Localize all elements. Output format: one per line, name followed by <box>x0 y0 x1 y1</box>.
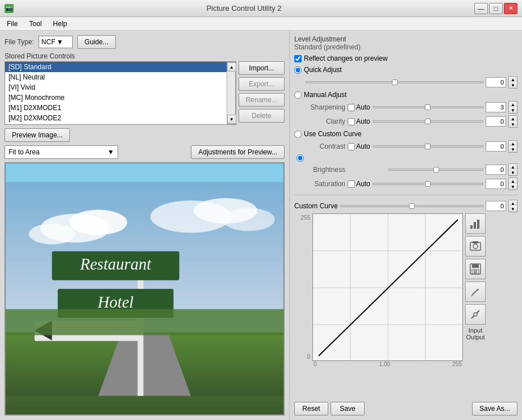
minimize-button[interactable]: — <box>474 3 488 14</box>
spin-down-icon[interactable]: ▼ <box>509 82 517 88</box>
fit-dropdown[interactable]: Fit to Area ▼ <box>5 145 118 159</box>
list-item[interactable]: [M3] D2XMODE3 <box>5 123 227 124</box>
quick-adjust-radio[interactable] <box>294 66 302 74</box>
list-item[interactable]: [NL] Neutral <box>5 72 227 82</box>
clarity-value[interactable] <box>486 116 506 127</box>
scroll-down-arrow[interactable]: ▼ <box>227 115 236 124</box>
input-output-labels: Input Output <box>465 327 486 341</box>
use-custom-curve-radio[interactable] <box>294 131 302 138</box>
reflect-changes-checkbox[interactable] <box>294 55 302 62</box>
list-item[interactable]: [VI] Vivid <box>5 82 227 93</box>
svg-rect-29 <box>473 241 478 243</box>
preview-row: Preview Image... <box>5 128 285 142</box>
saturation-value[interactable] <box>486 179 506 189</box>
contrast-value[interactable] <box>486 141 506 152</box>
quick-adjust-slider[interactable] <box>306 81 483 83</box>
export-button[interactable]: Export... <box>239 77 285 91</box>
sharpening-auto-checkbox[interactable] <box>348 104 355 111</box>
list-item[interactable]: [SD] Standard <box>5 62 227 72</box>
fit-row: Fit to Area ▼ Adjustments for Preview... <box>5 145 285 159</box>
stored-controls-section: Stored Picture Controls [SD] Standard [N… <box>5 52 285 125</box>
adjustments-for-preview-button[interactable]: Adjustments for Preview... <box>191 145 285 159</box>
contrast-slider[interactable] <box>373 145 483 148</box>
curve-point-button[interactable] <box>465 304 486 325</box>
rename-button[interactable]: Rename... <box>239 93 285 107</box>
custom-curve-spinner[interactable]: ▲ ▼ <box>508 200 517 212</box>
spin-up-icon[interactable]: ▲ <box>509 77 517 82</box>
curve-y-labels: 255 0 <box>294 213 310 361</box>
preview-svg: Restaurant Hotel <box>6 163 283 414</box>
sharpening-auto-label: Auto <box>356 103 370 111</box>
quick-adjust-value[interactable] <box>486 77 506 87</box>
curve-side-buttons: Input Output <box>465 213 486 367</box>
brightness-value[interactable] <box>486 165 506 175</box>
manual-adjust-group: Sharpening Auto ▲ ▼ Clar <box>306 101 517 128</box>
top-controls: File Type: NCF ▼ Guide... <box>5 35 285 49</box>
custom-curve-label: Custom Curve <box>294 202 338 210</box>
clarity-auto-check: Auto <box>348 117 370 125</box>
level-adjustment-header: Level Adjustment Standard (predefined) <box>294 35 517 51</box>
bottom-buttons: Reset Save Save As... <box>294 402 517 415</box>
svg-rect-16 <box>6 309 283 335</box>
menu-tool[interactable]: Tool <box>24 19 46 29</box>
picture-controls-list[interactable]: [SD] Standard [NL] Neutral [VI] Vivid [M… <box>5 62 227 124</box>
sharpening-slider[interactable] <box>373 106 483 108</box>
preview-image-button[interactable]: Preview Image... <box>5 128 70 142</box>
reflect-changes-label: Reflect changes on preview <box>304 54 387 62</box>
reset-button[interactable]: Reset <box>294 402 328 415</box>
custom-curve-slider[interactable] <box>340 205 483 207</box>
clarity-slider[interactable] <box>373 120 483 123</box>
saturation-auto-check: Auto <box>348 180 370 188</box>
file-type-select[interactable]: NCF ▼ <box>39 36 73 48</box>
save-icon-button[interactable] <box>465 259 486 279</box>
saturation-spinner[interactable]: ▲ ▼ <box>508 178 517 190</box>
import-button[interactable]: Import... <box>239 61 285 75</box>
close-button[interactable]: ✕ <box>504 3 517 14</box>
window-controls: — □ ✕ <box>474 3 517 14</box>
list-item[interactable]: [MC] Monochrome <box>5 93 227 103</box>
svg-marker-35 <box>478 288 479 291</box>
pencil-button[interactable] <box>465 282 486 302</box>
scroll-up-arrow[interactable]: ▲ <box>227 62 236 72</box>
contrast-spinner[interactable]: ▲ ▼ <box>508 140 517 153</box>
brightness-slider[interactable] <box>389 169 483 171</box>
list-scrollbar[interactable]: ▲ ▼ <box>227 62 236 124</box>
standard-predefined: Standard (predefined) <box>294 43 517 51</box>
saturation-slider[interactable] <box>373 183 483 185</box>
brightness-row: Brightness ▲ ▼ <box>306 163 517 176</box>
sharpening-auto-check: Auto <box>348 103 370 111</box>
maximize-button[interactable]: □ <box>489 3 503 14</box>
brightness-spinner[interactable]: ▲ ▼ <box>508 163 517 176</box>
app-icon: 📷 <box>5 4 14 13</box>
list-buttons: Import... Export... Rename... Delete <box>239 61 285 125</box>
curve-graph[interactable] <box>312 213 463 361</box>
sharpening-value[interactable] <box>486 102 506 112</box>
clarity-auto-checkbox[interactable] <box>348 118 355 125</box>
quick-adjust-label: Quick Adjust <box>304 66 342 74</box>
clarity-spinner[interactable]: ▲ ▼ <box>508 115 517 128</box>
histogram-button[interactable] <box>465 213 486 234</box>
list-item[interactable]: [M1] D2XMODE1 <box>5 103 227 113</box>
scroll-track[interactable] <box>227 72 235 115</box>
chevron-down-icon: ▼ <box>56 38 63 46</box>
save-as-button[interactable]: Save As... <box>472 402 517 415</box>
sharpening-spinner[interactable]: ▲ ▼ <box>508 101 517 114</box>
curve-sub-radio[interactable] <box>297 154 304 162</box>
delete-button[interactable]: Delete <box>239 109 285 123</box>
menu-help[interactable]: Help <box>48 19 72 29</box>
save-button[interactable]: Save <box>331 402 365 415</box>
svg-point-2 <box>69 209 127 235</box>
custom-curve-value[interactable] <box>486 201 506 211</box>
guide-button[interactable]: Guide... <box>77 35 116 49</box>
menu-file[interactable]: File <box>2 19 22 29</box>
title-bar: 📷 Picture Control Utility 2 — □ ✕ <box>0 0 522 17</box>
manual-adjust-radio[interactable] <box>294 91 302 99</box>
contrast-auto-checkbox[interactable] <box>348 143 355 150</box>
contrast-label: Contrast <box>306 142 345 150</box>
svg-point-6 <box>223 208 275 231</box>
list-area: [SD] Standard [NL] Neutral [VI] Vivid [M… <box>5 61 285 125</box>
list-item[interactable]: [M2] D2XMODE2 <box>5 113 227 123</box>
quick-adjust-spinner[interactable]: ▲ ▼ <box>508 76 517 89</box>
photo-button[interactable] <box>465 236 486 257</box>
saturation-auto-checkbox[interactable] <box>348 180 355 188</box>
